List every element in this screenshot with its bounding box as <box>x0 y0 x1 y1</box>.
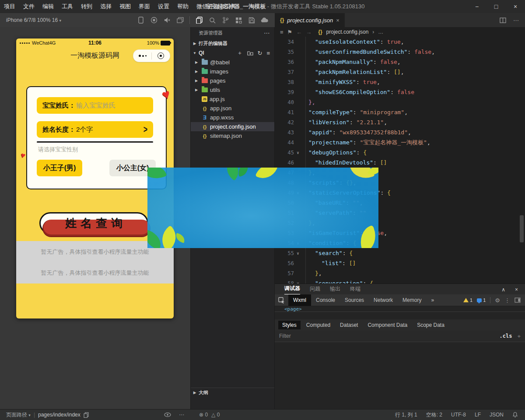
project-root-row[interactable]: ▼ QI ＋ ↻ ≡ <box>191 48 274 58</box>
collapse-all-icon[interactable]: ≡ <box>266 50 270 56</box>
debugger-tab-输出[interactable]: 输出 <box>330 285 340 294</box>
debugger-tab-问题[interactable]: 问题 <box>310 285 320 294</box>
tree-item-images[interactable]: ▶images <box>191 67 274 76</box>
devtools-settings-icon[interactable]: ⚙ <box>495 297 500 304</box>
editor-more-icon[interactable]: ⋯ <box>513 17 519 24</box>
files-icon[interactable] <box>192 17 206 24</box>
message-count[interactable]: 1 <box>477 298 486 303</box>
filter-input[interactable]: Filter <box>279 333 291 339</box>
indentation[interactable]: 空格: 2 <box>426 411 442 419</box>
debugger-tab-调试器[interactable]: 调试器 <box>284 285 300 294</box>
surname-input[interactable]: 宝宝姓氏： 输入宝宝姓氏 <box>37 97 153 114</box>
eol-type[interactable]: LF <box>475 412 481 418</box>
code-line-42[interactable]: 42"libVersion": "2.21.1", <box>275 117 525 127</box>
capsule-menu-icon[interactable] <box>133 55 151 57</box>
style-tab-scope-data[interactable]: Scope Data <box>413 321 448 329</box>
record-icon[interactable] <box>147 17 161 24</box>
bookmark-icon[interactable]: ⚑ <box>287 29 293 35</box>
panel-collapse-icon[interactable]: ∧ <box>501 287 505 293</box>
tree-item-utils[interactable]: ▶utils <box>191 85 274 94</box>
close-button[interactable]: × <box>506 0 525 13</box>
save-icon[interactable] <box>245 17 258 24</box>
new-folder-icon[interactable] <box>247 50 253 56</box>
tab-close-icon[interactable]: × <box>336 17 340 24</box>
git-branch-icon[interactable] <box>219 17 232 24</box>
dock-side-icon[interactable] <box>514 298 521 303</box>
devtools-tab-Wxml[interactable]: Wxml <box>288 294 311 306</box>
male-button[interactable]: 小王子(男) <box>37 160 82 176</box>
outline-section[interactable]: ▶ 大纲 <box>191 388 274 397</box>
tree-item-project.config.json[interactable]: {}project.config.json <box>191 122 274 131</box>
capsule-record-icon[interactable] <box>152 52 170 59</box>
search-icon[interactable] <box>206 17 219 24</box>
new-file-icon[interactable]: ＋ <box>237 49 243 57</box>
device-selector[interactable]: iPhone 6/7/8 100% 16 ▾ <box>0 17 61 23</box>
code-line-43[interactable]: 43"appid": "wx8953347352f88b1d", <box>275 127 525 137</box>
code-line-45[interactable]: 45∨"debugOptions": { <box>275 147 525 158</box>
menu-视图[interactable]: 视图 <box>116 0 135 13</box>
code-line-55[interactable]: 55∨"search": { <box>275 248 525 258</box>
code-line-41[interactable]: 41"compileType": "miniprogram", <box>275 107 525 117</box>
sim-more-icon[interactable]: ⋯ <box>179 412 184 418</box>
editor-scrollbar[interactable] <box>520 215 524 242</box>
code-line-57[interactable]: 57}, <box>275 268 525 278</box>
tree-item-pages[interactable]: ▶pages <box>191 76 274 85</box>
multi-window-icon[interactable] <box>174 17 187 23</box>
page-path-dropdown[interactable]: 页面路径 ▾ <box>6 411 31 419</box>
menu-编辑[interactable]: 编辑 <box>38 0 58 13</box>
notifications-bell-icon[interactable] <box>512 412 518 418</box>
devtools-tab-Memory[interactable]: Memory <box>398 294 426 306</box>
code-line-46[interactable]: 46"hidedInDevtools": [] <box>275 158 525 168</box>
style-tab-computed[interactable]: Computed <box>302 321 334 329</box>
devtools-kebab-icon[interactable]: ⋮ <box>504 297 510 304</box>
menu-文件[interactable]: 文件 <box>19 0 38 13</box>
copy-path-icon[interactable] <box>84 412 89 418</box>
split-editor-icon[interactable] <box>500 18 506 23</box>
code-line-38[interactable]: 38"minifyWXSS": true, <box>275 77 525 87</box>
code-line-39[interactable]: 39"showES6CompileOption": false <box>275 87 525 97</box>
menu-界面[interactable]: 界面 <box>135 0 154 13</box>
minimize-button[interactable]: − <box>467 0 486 13</box>
preview-eye-icon[interactable] <box>164 413 171 417</box>
name-length-picker[interactable]: 姓名长度： 2个字 > <box>37 121 153 138</box>
refresh-icon[interactable]: ↻ <box>258 50 262 56</box>
warning-count[interactable]: 1 <box>463 298 472 303</box>
hamburger-icon[interactable]: ≡ <box>280 29 284 35</box>
menu-设置[interactable]: 设置 <box>154 0 173 13</box>
code-line-40[interactable]: 40}, <box>275 97 525 107</box>
language-mode[interactable]: JSON <box>490 412 504 418</box>
tree-item-app.js[interactable]: JSapp.js <box>191 94 274 104</box>
forward-icon[interactable]: → <box>306 29 312 35</box>
tabs-overflow-icon[interactable]: » <box>426 294 439 306</box>
explorer-more-icon[interactable]: ⋯ <box>264 29 270 36</box>
style-tab-dataset[interactable]: Dataset <box>336 321 362 329</box>
code-line-35[interactable]: 35"userConfirmedBundleSwitch": false, <box>275 47 525 57</box>
debugger-tab-终端[interactable]: 终端 <box>350 285 360 294</box>
style-tab-component-data[interactable]: Component Data <box>364 321 411 329</box>
cursor-position[interactable]: 行 1, 列 1 <box>395 411 417 419</box>
code-line-44[interactable]: 44"projectname": "宝宝起名神器_一淘模板", <box>275 137 525 147</box>
problems-status[interactable]: ⊗ 0 △ 0 <box>190 412 275 418</box>
back-icon[interactable]: ← <box>296 29 302 35</box>
menu-选择[interactable]: 选择 <box>96 0 116 13</box>
breadcrumb[interactable]: ≡ ⚑ ← → {} project.config.json › … <box>275 27 525 37</box>
toggle-class-button[interactable]: .cls <box>500 333 512 339</box>
style-tab-styles[interactable]: Styles <box>278 321 301 329</box>
tree-item-sitemap.json[interactable]: {}sitemap.json <box>191 131 274 140</box>
open-editors-section[interactable]: ▶ 打开的编辑器 <box>191 38 274 48</box>
extensions-icon[interactable] <box>232 17 245 24</box>
tab-project-config-json[interactable]: {} project.config.json × <box>275 13 345 27</box>
menu-工具[interactable]: 工具 <box>58 0 77 13</box>
menu-帮助[interactable]: 帮助 <box>173 0 192 13</box>
menu-转到[interactable]: 转到 <box>77 0 96 13</box>
mute-icon[interactable] <box>161 17 174 23</box>
code-line-37[interactable]: 37"packNpmRelationList": [], <box>275 67 525 77</box>
code-line-36[interactable]: 36"packNpmManually": false, <box>275 57 525 67</box>
code-line-56[interactable]: 56"list": [] <box>275 258 525 268</box>
tree-item-@babel[interactable]: ▶@babel <box>191 58 274 67</box>
devtools-tab-Sources[interactable]: Sources <box>340 294 369 306</box>
tree-item-app.json[interactable]: {}app.json <box>191 104 274 113</box>
new-style-rule-button[interactable]: + <box>517 333 521 340</box>
phone-mode-icon[interactable] <box>134 17 147 24</box>
maximize-button[interactable]: □ <box>486 0 506 13</box>
